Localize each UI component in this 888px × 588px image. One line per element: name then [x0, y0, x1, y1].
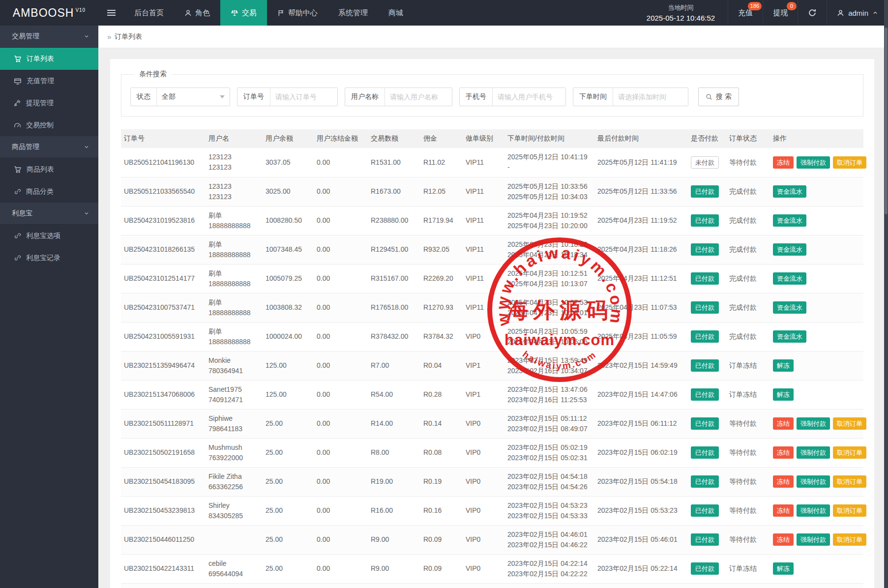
username-input[interactable]: [385, 88, 452, 106]
nav-trade[interactable]: 交易: [220, 0, 267, 26]
search-button[interactable]: 搜 索: [698, 88, 739, 106]
unfreeze-button[interactable]: 解冻: [773, 359, 794, 372]
fund-flow-button[interactable]: 资金流水: [773, 301, 806, 314]
force-pay-button[interactable]: 强制付款: [797, 504, 830, 517]
paid-status-badge[interactable]: 已付款: [691, 504, 719, 517]
menu-toggle-button[interactable]: [98, 0, 124, 26]
sidebar-item-withdraw-manage[interactable]: 提现管理: [0, 92, 98, 114]
sidebar-group-goods[interactable]: 商品管理: [0, 136, 98, 158]
cancel-order-button[interactable]: 取消订单: [833, 475, 866, 488]
user-menu[interactable]: admin: [827, 0, 888, 26]
sidebar-item-lixibao-options[interactable]: 利息宝选项: [0, 225, 98, 247]
paid-status-badge[interactable]: 已付款: [691, 214, 719, 227]
freeze-button[interactable]: 冻结: [773, 417, 794, 430]
paid-status-badge[interactable]: 已付款: [691, 359, 719, 372]
paid-status-badge[interactable]: 已付款: [691, 243, 719, 256]
scrollbar-thumb[interactable]: [885, 28, 888, 214]
fund-flow-button[interactable]: 资金流水: [773, 243, 806, 256]
paid-status-badge[interactable]: 已付款: [691, 330, 719, 343]
cell-commission: R0.16: [420, 496, 463, 525]
cell-vip-level: VIP0: [463, 496, 504, 525]
recharge-menu-item[interactable]: 充值 186: [728, 0, 763, 26]
freeze-button[interactable]: 冻结: [773, 533, 794, 546]
link-icon: [14, 232, 21, 239]
vertical-scrollbar[interactable]: [884, 0, 888, 588]
withdraw-menu-item[interactable]: 提现 0: [763, 0, 798, 26]
nav-help-center[interactable]: 帮助中心: [267, 0, 328, 26]
table-row: UB25051210411961301231231231233037.050.0…: [121, 148, 863, 177]
cell-balance: 25.00: [263, 554, 314, 583]
sidebar-group-label: 交易管理: [12, 32, 39, 41]
force-pay-button[interactable]: 强制付款: [797, 156, 830, 169]
cell-order-time: 2023年02月15日 02:47:57: [504, 583, 594, 588]
paid-status-badge[interactable]: 已付款: [691, 417, 719, 430]
fund-flow-button[interactable]: 资金流水: [773, 185, 806, 198]
paid-status-badge[interactable]: 未付款: [691, 156, 719, 169]
recharge-count-badge: 186: [748, 2, 762, 10]
status-selected-value: 全部: [162, 92, 176, 101]
fund-flow-button[interactable]: 资金流水: [773, 330, 806, 343]
sidebar-item-label: 商品列表: [27, 165, 54, 174]
unfreeze-button[interactable]: 解冻: [773, 562, 794, 575]
unfreeze-button[interactable]: 解冻: [773, 388, 794, 401]
paid-status-badge[interactable]: 已付款: [691, 272, 719, 285]
status-select[interactable]: 全部: [157, 88, 230, 106]
cancel-order-button[interactable]: 取消订单: [833, 446, 866, 459]
fund-flow-button[interactable]: 资金流水: [773, 214, 806, 227]
paid-status-badge[interactable]: 已付款: [691, 533, 719, 546]
sidebar-item-order-list[interactable]: 订单列表: [0, 48, 98, 70]
paid-status-badge[interactable]: 已付款: [691, 562, 719, 575]
col-frozen: 用户冻结金额: [314, 129, 368, 148]
sidebar-item-lixibao-records[interactable]: 利息宝记录: [0, 247, 98, 269]
sidebar-item-trade-control[interactable]: 交易控制: [0, 114, 98, 136]
freeze-button[interactable]: 冻结: [773, 475, 794, 488]
nav-home[interactable]: 后台首页: [124, 0, 174, 26]
freeze-button[interactable]: 冻结: [773, 504, 794, 517]
sidebar-item-goods-list[interactable]: 商品列表: [0, 158, 98, 180]
cell-paid: 已付款: [688, 583, 726, 588]
cell-last-pay-time: 2023年02月15日 06:11:12: [594, 409, 688, 438]
cell-amount: R9.00: [368, 525, 420, 554]
force-pay-button[interactable]: 强制付款: [797, 475, 830, 488]
cell-amount: R19.00: [368, 467, 420, 496]
order-time-input[interactable]: [613, 88, 688, 106]
link-icon: [14, 254, 21, 262]
cell-balance: 3025.00: [263, 177, 314, 206]
fund-flow-button[interactable]: 资金流水: [773, 272, 806, 285]
paid-status-badge[interactable]: 已付款: [691, 388, 719, 401]
cell-commission: R0.24: [420, 583, 463, 588]
paid-status-badge[interactable]: 已付款: [691, 475, 719, 488]
freeze-button[interactable]: 冻结: [773, 446, 794, 459]
table-row: UB2302150454183095Fikile Zitha6633622562…: [121, 467, 863, 496]
nav-system[interactable]: 系统管理: [328, 0, 378, 26]
cell-status: 完成付款: [726, 322, 770, 351]
sidebar-group-lixibao[interactable]: 利息宝: [0, 203, 98, 225]
force-pay-button[interactable]: 强制付款: [797, 417, 830, 430]
sidebar-item-goods-category[interactable]: 商品分类: [0, 180, 98, 203]
cell-vip-level: VIP11: [463, 206, 504, 235]
paid-status-badge[interactable]: 已付款: [691, 446, 719, 459]
force-pay-button[interactable]: 强制付款: [797, 533, 830, 546]
cell-balance: 1008280.50: [263, 206, 314, 235]
freeze-button[interactable]: 冻结: [773, 156, 794, 169]
refresh-button[interactable]: [798, 0, 827, 26]
cancel-order-button[interactable]: 取消订单: [833, 417, 866, 430]
nav-mall[interactable]: 商城: [378, 0, 414, 26]
cell-user: 刷单18888888888: [206, 206, 263, 235]
paid-status-badge[interactable]: 已付款: [691, 185, 719, 198]
cancel-order-button[interactable]: 取消订单: [833, 156, 866, 169]
cancel-order-button[interactable]: 取消订单: [833, 504, 866, 517]
cancel-order-button[interactable]: 取消订单: [833, 533, 866, 546]
force-pay-button[interactable]: 强制付款: [797, 446, 830, 459]
nav-roles[interactable]: 角色: [174, 0, 220, 26]
table-body: UB25051210411961301231231231233037.050.0…: [121, 148, 863, 588]
sidebar-item-recharge-manage[interactable]: 充值管理: [0, 70, 98, 92]
col-amount: 交易数额: [368, 129, 420, 148]
phone-input[interactable]: [493, 88, 565, 106]
cell-status: 订单冻结: [726, 583, 770, 588]
sidebar-group-trade[interactable]: 交易管理: [0, 26, 98, 48]
paid-status-badge[interactable]: 已付款: [691, 301, 719, 314]
cell-paid: 已付款: [688, 409, 726, 438]
order-no-input[interactable]: [270, 88, 337, 106]
cell-last-pay-time: 2025年04月23日 11:05:59: [594, 322, 688, 351]
